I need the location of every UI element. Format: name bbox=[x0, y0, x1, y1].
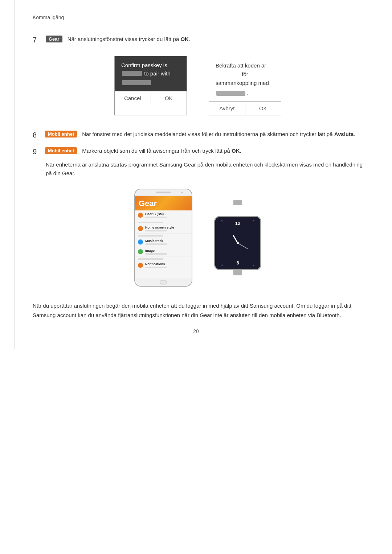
step-9-number: 9 bbox=[33, 147, 43, 157]
mobil-badge-8: Mobil enhet bbox=[45, 131, 77, 138]
dialog-en-buttons: Cancel OK bbox=[115, 91, 187, 105]
gear-menu-item-5: Notifications bbox=[135, 260, 192, 270]
device-blurred-sv bbox=[216, 91, 245, 96]
device-blurred-en bbox=[122, 80, 151, 85]
step-9-text: Markera objekt som du vill få aviseringa… bbox=[82, 147, 363, 155]
dialog-en-cancel[interactable]: Cancel bbox=[115, 91, 151, 105]
passkey-blurred bbox=[122, 71, 142, 76]
dialog-english: Confirm passkey is to pair with Cancel O… bbox=[114, 56, 187, 115]
step-7-text: När anslutningsfönstret visas trycker du… bbox=[68, 35, 363, 44]
gear-menu-item-1: Gear S (SM)... bbox=[135, 210, 192, 220]
dialog-sv-line2: för bbox=[216, 70, 274, 79]
dialog-sv-header: Bekräfta att koden är för sammankoppling… bbox=[209, 56, 281, 101]
gear-app-header: Gear bbox=[135, 196, 192, 210]
dialog-sv-ok[interactable]: OK bbox=[245, 102, 281, 115]
watch-lug-top bbox=[233, 200, 242, 205]
step-8-block: 8 Mobil enhet När fönstret med det jurid… bbox=[29, 130, 363, 140]
gear-icon-1 bbox=[138, 213, 143, 218]
gear-item-4-title: Image bbox=[145, 249, 167, 253]
gear-icon-4 bbox=[138, 249, 143, 254]
step-7-number: 7 bbox=[33, 35, 43, 45]
watch-lug-bottom bbox=[233, 270, 242, 275]
phone-camera bbox=[181, 192, 183, 193]
page-number: 20 bbox=[0, 328, 392, 334]
watch-tick-tl bbox=[221, 220, 223, 222]
gear-item-2-title: Home screen style bbox=[145, 226, 174, 229]
screenshots-row: Gear Gear S (SM)... Home s bbox=[29, 189, 363, 287]
watch-tick-tr bbox=[253, 220, 254, 222]
gear-app-name: Gear bbox=[139, 199, 157, 208]
watch-minute-hand bbox=[238, 243, 248, 249]
step-9-subtext: När enheterna är anslutna startas progra… bbox=[33, 160, 363, 178]
phone-container: Gear Gear S (SM)... Home s bbox=[134, 189, 192, 287]
gear-icon-2 bbox=[138, 226, 143, 231]
watch-tick-bl bbox=[221, 264, 223, 266]
gear-item-5-sub bbox=[145, 267, 167, 268]
phone-top-bar bbox=[135, 189, 192, 196]
watch-hour-12: 12 bbox=[235, 221, 240, 226]
gear-badge: Gear bbox=[46, 36, 62, 42]
gear-item-1-title: Gear S (SM)... bbox=[145, 212, 167, 216]
phone-speaker bbox=[156, 192, 171, 193]
watch-center bbox=[237, 242, 239, 244]
gear-item-3-title: Music track bbox=[145, 239, 167, 243]
dialog-en-ok[interactable]: OK bbox=[151, 91, 187, 105]
step-8-text: När fönstret med det juridiska meddeland… bbox=[82, 130, 363, 139]
dialog-sv-buttons: Avbryt OK bbox=[209, 101, 281, 115]
gear-section-3 bbox=[138, 258, 163, 260]
gear-icon-3 bbox=[138, 239, 143, 245]
step-7-row: 7 Gear När anslutningsfönstret visas try… bbox=[29, 35, 363, 45]
home-button[interactable] bbox=[160, 280, 167, 284]
phone-bottom-bar bbox=[135, 278, 192, 286]
dialog-sv-line1: Bekräfta att koden är bbox=[216, 61, 274, 70]
watch-hour-6: 6 bbox=[236, 260, 239, 266]
closing-paragraph: När du upprättar anslutningen begär den … bbox=[29, 301, 363, 320]
gear-section-2 bbox=[138, 235, 163, 237]
watch-outer: 12 6 bbox=[214, 205, 261, 270]
phone-screen: Gear Gear S (SM)... Home s bbox=[135, 196, 192, 278]
watch-hands bbox=[223, 229, 252, 258]
dialog-en-line1: Confirm passkey is bbox=[121, 61, 180, 70]
gear-item-2-sub bbox=[145, 230, 167, 231]
watch-tick-br bbox=[253, 264, 254, 266]
step-9-block: 9 Mobil enhet Markera objekt som du vill… bbox=[29, 147, 363, 178]
gear-item-3-sub bbox=[145, 243, 167, 245]
breadcrumb: Komma igång bbox=[29, 15, 363, 20]
step-8-number: 8 bbox=[33, 130, 43, 140]
dialog-en-header: Confirm passkey is to pair with bbox=[115, 56, 187, 91]
gear-item-4-sub bbox=[145, 253, 167, 255]
gear-menu-item-3: Music track bbox=[135, 237, 192, 247]
gear-menu-item-4: Image bbox=[135, 247, 192, 257]
watch-container: 12 6 bbox=[214, 189, 261, 287]
gear-section-1 bbox=[138, 222, 163, 223]
watch-face: 12 6 bbox=[215, 217, 260, 269]
dialog-en-passkey: to pair with bbox=[121, 70, 180, 78]
gear-icon-5 bbox=[138, 263, 143, 268]
mobil-badge-9: Mobil enhet bbox=[45, 147, 77, 154]
gear-item-5-title: Notifications bbox=[145, 262, 167, 266]
watch-mockup: 12 6 bbox=[214, 216, 261, 270]
dialog-sv-cancel[interactable]: Avbryt bbox=[209, 102, 245, 115]
gear-item-1-sub bbox=[145, 217, 167, 218]
dialogs-row: Confirm passkey is to pair with Cancel O… bbox=[29, 56, 363, 115]
dialog-swedish: Bekräfta att koden är för sammankoppling… bbox=[209, 56, 281, 115]
dialog-sv-line3: sammankoppling med bbox=[216, 79, 274, 87]
phone-mockup: Gear Gear S (SM)... Home s bbox=[134, 189, 192, 287]
gear-menu-item-2: Home screen style bbox=[135, 224, 192, 234]
